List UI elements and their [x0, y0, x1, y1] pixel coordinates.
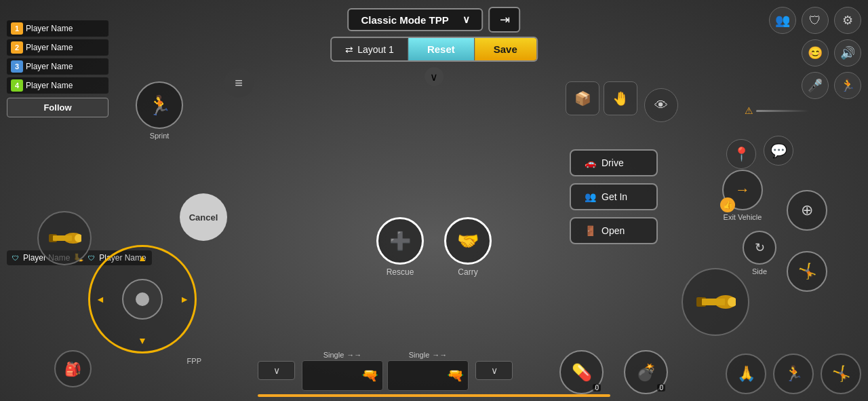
- team-name-2: Player Name: [26, 43, 73, 52]
- joystick-down-arrow: ▼: [138, 335, 147, 346]
- location-pin-icon: 📍: [733, 146, 750, 162]
- minimap-button[interactable]: ≡: [224, 68, 254, 98]
- interact-icons: 📦 🤚: [566, 81, 637, 115]
- scope-button[interactable]: ⊕: [787, 190, 827, 231]
- get-in-icon: 👥: [585, 191, 596, 202]
- follow-label: Follow: [43, 102, 71, 113]
- team-icon-button[interactable]: 👥: [769, 7, 796, 34]
- interact-icon-2[interactable]: 🤚: [604, 81, 637, 115]
- right-side-icons: 👁: [644, 88, 678, 122]
- bullet-icon-right: [695, 292, 736, 311]
- side-circle: ↻: [743, 231, 776, 265]
- joystick-area[interactable]: ▲ ◄ ► ▼ FPP: [88, 245, 197, 354]
- sprint-button[interactable]: 🏃 Sprint: [136, 81, 183, 140]
- layout-button[interactable]: ⇄ Layout 1: [332, 39, 408, 60]
- shield-icon-button[interactable]: 🛡: [802, 7, 829, 34]
- joystick-left-arrow: ◄: [96, 294, 105, 305]
- weapon-2-box: 🔫: [387, 360, 469, 391]
- save-label: Save: [494, 43, 517, 55]
- volume-icon: 🔊: [840, 45, 855, 60]
- mic-icon-button[interactable]: 🎤: [802, 72, 829, 99]
- fire-button-left[interactable]: [37, 211, 92, 265]
- layout-row: ⇄ Layout 1 Reset Save: [330, 37, 538, 62]
- cancel-button[interactable]: Cancel: [180, 193, 227, 241]
- pistol-2-icon: 🔫: [447, 367, 464, 383]
- crosshair-icon: ⊕: [801, 202, 813, 219]
- rescue-button[interactable]: ➕ Rescue: [376, 217, 424, 277]
- export-button[interactable]: ⇥: [489, 7, 521, 33]
- svg-rect-7: [702, 299, 725, 305]
- team-number-1: 1: [11, 22, 23, 35]
- weapon-1-mode-icon: →→: [347, 351, 361, 359]
- reset-button[interactable]: Reset: [408, 38, 475, 60]
- weapon-slot-1[interactable]: Single →→ 🔫: [302, 351, 383, 391]
- prone-button[interactable]: 🤸: [787, 251, 827, 292]
- save-button[interactable]: Save: [475, 38, 536, 60]
- message-button[interactable]: 💬: [764, 136, 793, 166]
- mode-select-button[interactable]: Classic Mode TPP ∨: [348, 8, 484, 31]
- collapse-chevron-icon: ∨: [430, 71, 438, 83]
- open-button[interactable]: 🚪 Open: [570, 217, 658, 244]
- fire-button-right[interactable]: [682, 268, 749, 336]
- weapon-1-name: Single: [323, 351, 344, 359]
- team-member-1[interactable]: 1 Player Name: [7, 20, 108, 37]
- get-in-button[interactable]: 👥 Get In: [570, 183, 658, 210]
- health-button[interactable]: 💊 0: [559, 350, 604, 394]
- team-name-4: Player Name: [26, 81, 73, 90]
- team-member-4[interactable]: 4 Player Name: [7, 77, 108, 94]
- prone-run-button[interactable]: 🏃: [773, 354, 814, 394]
- shield-icon: 🛡: [809, 14, 821, 28]
- prone-lie-button[interactable]: 🤸: [821, 354, 861, 394]
- chat-bubble-icon: 💬: [770, 142, 787, 159]
- team-member-3[interactable]: 3 Player Name: [7, 58, 108, 75]
- prone-lie-icon: 🤸: [832, 365, 850, 383]
- run-right-icon-button[interactable]: 🏃: [834, 72, 861, 99]
- grenade-area: 💣 0: [624, 350, 668, 394]
- eye-icon: 👁: [654, 98, 668, 113]
- cancel-label: Cancel: [189, 212, 218, 223]
- team-number-2: 2: [11, 41, 23, 54]
- interact-icon-1[interactable]: 📦: [566, 81, 599, 115]
- grenade-button[interactable]: 💣 0: [624, 350, 668, 394]
- weapon-1-box: 🔫: [302, 360, 383, 391]
- prone-icon: 🤸: [798, 263, 816, 280]
- sprint-icon: 🏃: [148, 94, 172, 117]
- rescue-label: Rescue: [387, 267, 414, 277]
- emoji-icon-button[interactable]: 😊: [802, 39, 829, 66]
- joystick-inner[interactable]: [122, 279, 163, 320]
- grenade-icon: 💣: [636, 363, 656, 382]
- team-member-2[interactable]: 2 Player Name: [7, 39, 108, 56]
- settings-icon-button[interactable]: ⚙: [834, 7, 861, 34]
- exit-vehicle-button[interactable]: → 👍 Exit Vehicle: [722, 170, 763, 221]
- crouch-button[interactable]: 🙏: [726, 354, 766, 394]
- weapon-extra-button[interactable]: ∨: [475, 361, 513, 380]
- follow-button[interactable]: Follow: [7, 98, 108, 117]
- joystick-outer[interactable]: ▲ ◄ ► ▼ FPP: [88, 245, 197, 354]
- open-label: Open: [601, 225, 625, 236]
- chevron-down-extra-icon: ∨: [491, 365, 498, 376]
- location-button[interactable]: 📍: [726, 139, 756, 169]
- backpack-button[interactable]: 🎒: [54, 350, 92, 387]
- weapon-expand-button[interactable]: ∨: [258, 361, 295, 380]
- volume-icon-button[interactable]: 🔊: [834, 39, 861, 66]
- collapse-bar: ∨: [425, 67, 443, 86]
- drive-button[interactable]: 🚗 Drive: [570, 149, 658, 176]
- svg-rect-3: [53, 235, 72, 241]
- eye-peek-button[interactable]: 👁: [644, 88, 678, 122]
- carry-circle: 🤝: [444, 217, 492, 265]
- weapon-slot-2[interactable]: Single →→ 🔫: [387, 351, 469, 391]
- grenade-badge: 0: [657, 384, 665, 392]
- carry-button[interactable]: 🤝 Carry: [444, 217, 492, 277]
- icon-row-3: 🎤 🏃: [769, 72, 861, 99]
- rotate-icon: ↻: [755, 240, 765, 255]
- top-right-icons: 👥 🛡 ⚙ 😊 🔊 🎤 🏃: [769, 7, 861, 99]
- kill-shield-icon: 🛡: [12, 254, 19, 262]
- get-in-label: Get In: [601, 191, 627, 202]
- warning-line: [756, 110, 810, 112]
- team-name-3: Player Name: [26, 62, 73, 71]
- warning-bar: ⚠: [745, 105, 810, 116]
- emoji-icon: 😊: [808, 45, 823, 60]
- backpack-icon: 🎒: [64, 361, 81, 377]
- side-button[interactable]: ↻ Side: [743, 231, 776, 275]
- collapse-button[interactable]: ∨: [425, 67, 443, 86]
